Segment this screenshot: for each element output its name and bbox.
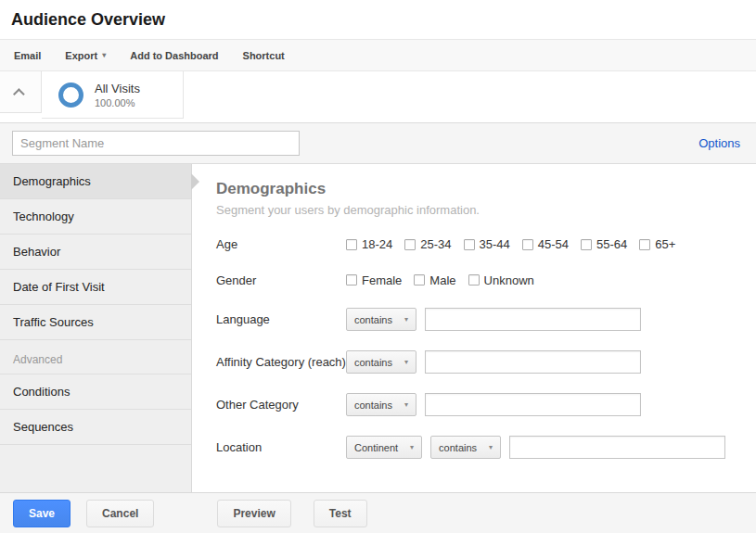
options-link[interactable]: Options [698, 136, 744, 150]
other-category-row: Other Category contains▾ [216, 393, 737, 416]
sidebar-item-date-of-first-visit[interactable]: Date of First Visit [0, 270, 191, 305]
language-operator-dropdown[interactable]: contains▾ [346, 308, 416, 331]
page-title: Audience Overview [0, 0, 756, 39]
checkbox[interactable] [464, 239, 475, 250]
language-row: Language contains▾ [216, 308, 737, 331]
sidebar-item-conditions[interactable]: Conditions [0, 374, 191, 410]
sidebar-item-technology[interactable]: Technology [0, 199, 191, 235]
footer-action-bar: Save Cancel Preview Test [0, 492, 756, 533]
gender-label: Gender [216, 273, 346, 289]
donut-chart-icon [58, 82, 83, 108]
language-value-input[interactable] [425, 308, 641, 331]
sidebar-item-demographics[interactable]: Demographics [0, 164, 191, 199]
panel-subheading: Segment your users by demographic inform… [216, 203, 737, 217]
toolbar: Email Export▾ Add to Dashboard Shortcut [0, 39, 756, 71]
cancel-button[interactable]: Cancel [86, 500, 154, 527]
checkbox[interactable] [404, 239, 416, 250]
checkbox[interactable] [468, 274, 480, 286]
checkbox[interactable] [639, 239, 650, 250]
chevron-down-icon: ▾ [102, 51, 106, 59]
chevron-down-icon: ▾ [404, 315, 408, 324]
age-option-65-plus[interactable]: 65+ [639, 237, 675, 251]
age-option-35-44[interactable]: 35-44 [464, 237, 510, 251]
demographics-panel: Demographics Segment your users by demog… [192, 164, 756, 492]
affinity-category-row: Affinity Category (reach) contains▾ [216, 350, 737, 374]
gender-option-unknown[interactable]: Unknown [468, 273, 534, 287]
checkbox[interactable] [414, 274, 425, 286]
checkbox[interactable] [346, 274, 357, 286]
sidebar: Demographics Technology Behavior Date of… [0, 164, 192, 492]
checkbox[interactable] [346, 239, 357, 250]
affinity-value-input[interactable] [425, 350, 641, 374]
chevron-up-icon [13, 88, 25, 100]
location-value-input[interactable] [509, 436, 725, 459]
location-row: Location Continent▾ contains▾ [216, 436, 737, 459]
other-category-value-input[interactable] [425, 393, 641, 416]
segment-name-row: Options [0, 122, 756, 164]
age-option-55-64[interactable]: 55-64 [581, 237, 627, 251]
affinity-operator-dropdown[interactable]: contains▾ [346, 350, 416, 374]
save-button[interactable]: Save [13, 500, 70, 527]
location-label: Location [216, 439, 346, 456]
collapse-button[interactable] [0, 71, 42, 113]
preview-button[interactable]: Preview [217, 500, 290, 527]
age-option-18-24[interactable]: 18-24 [346, 237, 392, 251]
all-visits-segment-card[interactable]: All Visits 100.00% [42, 71, 184, 119]
gender-option-female[interactable]: Female [346, 273, 402, 287]
age-option-45-54[interactable]: 45-54 [522, 237, 569, 251]
panel-heading: Demographics [216, 180, 737, 198]
language-label: Language [216, 311, 346, 328]
affinity-category-label: Affinity Category (reach) [216, 354, 346, 371]
other-category-label: Other Category [216, 397, 346, 413]
chevron-down-icon: ▾ [404, 400, 408, 409]
chevron-down-icon: ▾ [489, 443, 493, 451]
segment-card-name: All Visits [95, 82, 140, 95]
age-row: Age 18-24 25-34 35-44 45-54 55-64 65+ [216, 236, 737, 253]
sidebar-item-traffic-sources[interactable]: Traffic Sources [0, 305, 191, 340]
location-dimension-dropdown[interactable]: Continent▾ [346, 436, 422, 459]
checkbox[interactable] [581, 239, 592, 250]
segment-builder: Demographics Technology Behavior Date of… [0, 164, 756, 492]
other-category-operator-dropdown[interactable]: contains▾ [346, 393, 416, 416]
segment-name-input[interactable] [12, 131, 300, 156]
chevron-down-icon: ▾ [410, 443, 414, 451]
location-operator-dropdown[interactable]: contains▾ [430, 436, 501, 459]
segment-tabs-row: All Visits 100.00% [0, 71, 756, 122]
export-button[interactable]: Export▾ [53, 50, 118, 61]
segment-card-percent: 100.00% [95, 97, 140, 108]
checkbox[interactable] [522, 239, 533, 250]
age-label: Age [216, 236, 346, 253]
sidebar-advanced-label: Advanced [0, 340, 191, 374]
add-to-dashboard-button[interactable]: Add to Dashboard [118, 50, 230, 61]
email-button[interactable]: Email [2, 50, 53, 61]
chevron-down-icon: ▾ [404, 358, 408, 366]
shortcut-button[interactable]: Shortcut [231, 50, 297, 61]
age-option-25-34[interactable]: 25-34 [404, 237, 451, 251]
gender-row: Gender Female Male Unknown [216, 273, 737, 289]
sidebar-item-behavior[interactable]: Behavior [0, 235, 191, 270]
sidebar-item-sequences[interactable]: Sequences [0, 410, 191, 445]
test-button[interactable]: Test [314, 500, 367, 527]
gender-option-male[interactable]: Male [414, 273, 455, 287]
